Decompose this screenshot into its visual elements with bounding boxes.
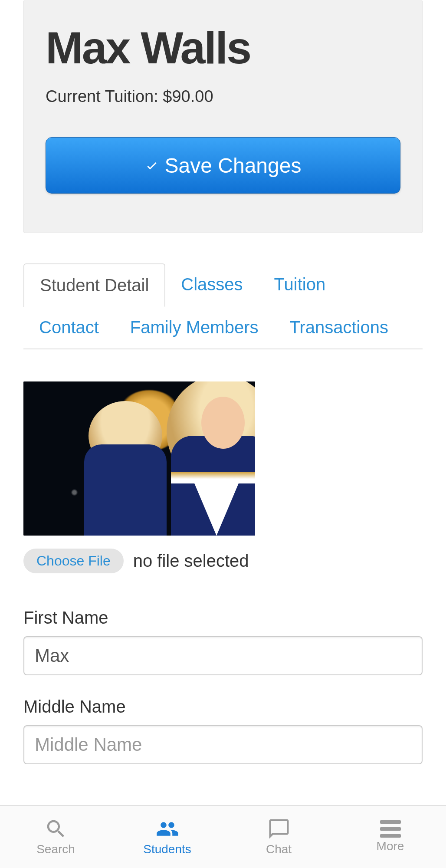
tabs-container: Student Detail Classes Tuition Contact F… [23,263,423,349]
tab-transactions[interactable]: Transactions [274,306,404,349]
student-photo [23,381,255,536]
nav-students-label: Students [143,842,191,856]
nav-more-label: More [377,839,404,853]
nav-search[interactable]: Search [0,817,112,856]
check-icon [145,158,159,172]
student-header-card: Max Walls Current Tuition: $90.00 Save C… [23,0,423,233]
nav-students[interactable]: Students [112,817,223,856]
save-changes-button[interactable]: Save Changes [46,137,400,194]
nav-chat-label: Chat [266,842,292,856]
tab-tuition[interactable]: Tuition [259,263,341,306]
tab-family-members[interactable]: Family Members [115,306,274,349]
menu-icon [380,820,401,838]
nav-chat[interactable]: Chat [223,817,334,856]
nav-more[interactable]: More [334,820,446,853]
students-icon [156,817,179,841]
first-name-input[interactable] [23,636,423,675]
middle-name-input[interactable] [23,725,423,764]
current-tuition-label: Current Tuition: $90.00 [46,87,400,106]
tab-student-detail[interactable]: Student Detail [23,263,165,307]
bottom-navigation: Search Students Chat More [0,805,446,868]
file-selected-status: no file selected [133,551,249,571]
tab-classes[interactable]: Classes [165,263,258,306]
tab-contact[interactable]: Contact [23,306,115,349]
save-changes-label: Save Changes [165,154,302,178]
choose-file-button[interactable]: Choose File [23,549,124,573]
search-icon [44,817,68,841]
student-detail-panel: Choose File no file selected First Name … [23,381,423,764]
first-name-label: First Name [23,608,423,628]
chat-icon [267,817,291,841]
nav-search-label: Search [36,842,75,856]
student-name: Max Walls [46,24,400,72]
middle-name-label: Middle Name [23,697,423,717]
